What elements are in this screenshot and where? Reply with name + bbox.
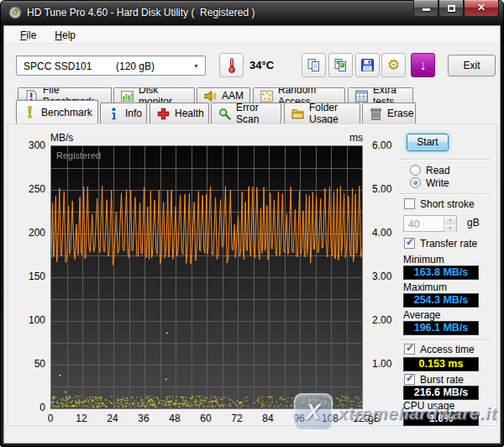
y-right-axis-unit: ms bbox=[338, 132, 363, 144]
spinner-up-icon[interactable]: ▲ bbox=[444, 216, 456, 224]
copy-icon bbox=[307, 58, 321, 72]
trash-icon bbox=[370, 108, 382, 120]
window-title: HD Tune Pro 4.60 - Hard Disk Utility ( R… bbox=[27, 7, 255, 18]
tab-erase[interactable]: Erase bbox=[362, 103, 416, 124]
tab-strip: File Benchmark Disk monitor AAM Random A… bbox=[4, 85, 500, 124]
thermometer-icon bbox=[228, 58, 235, 73]
save-button[interactable] bbox=[355, 53, 380, 77]
tick-bottom-label: 108 bbox=[316, 413, 344, 424]
drive-capacity: (120 gB) bbox=[116, 60, 155, 72]
check-icon: ✓ bbox=[406, 372, 414, 384]
tick-left-label: 50 bbox=[13, 358, 45, 370]
cpu-usage-label: CPU usage bbox=[403, 400, 454, 412]
tab-aam[interactable]: AAM bbox=[197, 87, 250, 103]
access-time-label[interactable]: Access time bbox=[420, 344, 475, 355]
check-icon: ✓ bbox=[406, 236, 414, 248]
tick-bottom-label: 72 bbox=[223, 413, 251, 424]
radio-selected-dot bbox=[413, 181, 417, 185]
menu-help[interactable]: Help bbox=[47, 28, 83, 43]
extra-tests-icon bbox=[355, 90, 368, 103]
temperature-button[interactable] bbox=[219, 53, 244, 77]
tab-health[interactable]: Health bbox=[150, 103, 209, 124]
transfer-rate-plot bbox=[50, 145, 363, 409]
disk-monitor-icon bbox=[121, 90, 134, 103]
minimize-button[interactable] bbox=[413, 0, 438, 17]
benchmark-icon bbox=[24, 106, 36, 118]
tick-bottom-label: 12 bbox=[67, 413, 96, 424]
download-arrow-icon: ↓ bbox=[420, 59, 427, 72]
spinner-down-icon[interactable]: ▼ bbox=[444, 224, 456, 232]
copy-button[interactable] bbox=[302, 53, 326, 77]
exit-button[interactable]: Exit bbox=[448, 55, 496, 76]
chevron-down-icon: ▼ bbox=[193, 63, 199, 69]
tick-bottom-label: 36 bbox=[129, 413, 158, 424]
app-window: HD Tune Pro 4.60 - Hard Disk Utility ( R… bbox=[0, 0, 504, 447]
error-scan-magnifier-icon bbox=[218, 108, 231, 120]
separator bbox=[400, 159, 491, 160]
spinner-buttons: ▲ ▼ bbox=[444, 216, 456, 231]
app-icon bbox=[8, 6, 22, 19]
menu-bar: File Help bbox=[4, 27, 500, 44]
benchmark-controls: Start Read Write Short stroke 40 ▲ ▼ gB bbox=[393, 124, 498, 427]
drive-model: SPCC SSD101 bbox=[24, 60, 92, 72]
gear-icon: ⚙ bbox=[387, 58, 400, 72]
caption-buttons: ✕ bbox=[413, 0, 499, 18]
tick-left-label: 150 bbox=[13, 271, 45, 282]
burst-rate-checkbox[interactable]: ✓ bbox=[404, 374, 415, 385]
burst-rate-label[interactable]: Burst rate bbox=[420, 374, 464, 386]
short-stroke-value: 40 bbox=[408, 218, 419, 230]
short-stroke-label[interactable]: Short stroke bbox=[420, 198, 475, 210]
transfer-rate-label[interactable]: Transfer rate bbox=[420, 238, 477, 250]
tab-random-access[interactable]: Random Access bbox=[253, 87, 345, 103]
short-stroke-spinner[interactable]: 40 ▲ ▼ bbox=[403, 215, 457, 232]
info-icon bbox=[108, 108, 120, 120]
maximize-button[interactable] bbox=[438, 0, 464, 17]
tab-benchmark[interactable]: Benchmark bbox=[16, 100, 98, 124]
tick-bottom-label: 84 bbox=[254, 413, 282, 424]
random-access-icon bbox=[260, 90, 273, 103]
maximum-label: Maximum bbox=[403, 281, 447, 293]
menu-file[interactable]: File bbox=[13, 28, 44, 43]
tab-folder-usage[interactable]: Folder Usage bbox=[284, 103, 360, 124]
tick-left-label: 0 bbox=[13, 402, 45, 413]
copy-image-button[interactable] bbox=[328, 53, 353, 77]
separator bbox=[400, 339, 491, 341]
average-value: 196.1 MB/s bbox=[403, 321, 479, 335]
write-radio-label[interactable]: Write bbox=[426, 177, 449, 189]
tab-info[interactable]: Info bbox=[100, 103, 147, 124]
client-area: File Help SPCC SSD101 (120 gB) ▼ 34°C bbox=[3, 25, 501, 444]
tick-left-label: 250 bbox=[13, 183, 45, 195]
tick-bottom-label: 60 bbox=[192, 413, 220, 424]
aam-speaker-icon bbox=[204, 90, 217, 103]
access-time-checkbox[interactable]: ✓ bbox=[404, 344, 415, 355]
tab-extra-tests[interactable]: Extra tests bbox=[348, 87, 413, 103]
tick-bottom-label: 48 bbox=[160, 413, 189, 424]
tick-bottom-label: 96 bbox=[285, 413, 313, 424]
close-button[interactable]: ✕ bbox=[464, 0, 499, 17]
transfer-rate-checkbox[interactable]: ✓ bbox=[404, 238, 415, 249]
tab-error-scan[interactable]: Error Scan bbox=[211, 103, 281, 124]
maximum-value: 254.3 MB/s bbox=[403, 293, 479, 308]
folder-icon bbox=[291, 108, 304, 120]
y-left-axis-unit: MB/s bbox=[50, 132, 73, 144]
save-icon bbox=[360, 58, 375, 72]
start-button[interactable]: Start bbox=[407, 134, 449, 151]
update-button[interactable]: ↓ bbox=[411, 53, 435, 77]
maximize-icon bbox=[448, 5, 455, 12]
access-time-value: 0.153 ms bbox=[403, 357, 479, 371]
minimize-icon bbox=[423, 8, 430, 11]
health-cross-icon bbox=[157, 108, 170, 120]
benchmark-tab-panel: MB/s ms gB 0501001502002503001.002.003.0… bbox=[8, 124, 497, 426]
read-radio[interactable] bbox=[410, 165, 421, 176]
write-radio[interactable] bbox=[410, 177, 421, 188]
read-radio-label[interactable]: Read bbox=[426, 165, 450, 176]
average-label: Average bbox=[403, 309, 440, 321]
copy-image-icon bbox=[333, 58, 348, 72]
toolbar: SPCC SSD101 (120 gB) ▼ 34°C bbox=[4, 45, 500, 85]
options-button[interactable]: ⚙ bbox=[381, 53, 406, 77]
short-stroke-checkbox[interactable] bbox=[404, 198, 415, 209]
title-bar[interactable]: HD Tune Pro 4.60 - Hard Disk Utility ( R… bbox=[0, 0, 504, 25]
tab-disk-monitor[interactable]: Disk monitor bbox=[113, 87, 195, 103]
cpu-usage-value: 1.0% bbox=[403, 412, 479, 426]
drive-selector[interactable]: SPCC SSD101 (120 gB) ▼ bbox=[16, 55, 206, 76]
